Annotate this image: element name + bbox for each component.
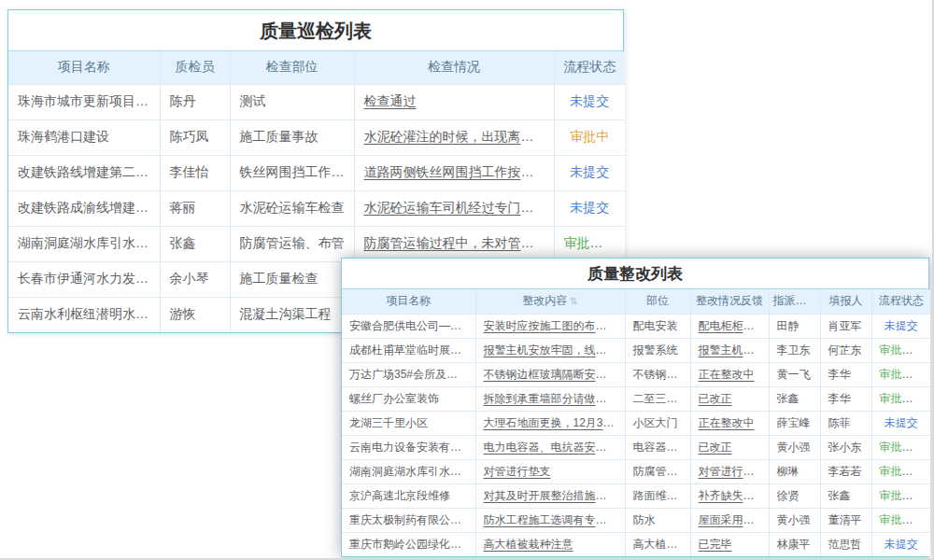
- col-header-part: 部位: [625, 289, 690, 314]
- project-link[interactable]: 京沪高速北京段维修: [342, 483, 475, 508]
- rectify-part: 配电安装: [625, 314, 690, 338]
- status-cell: 未提交: [554, 190, 625, 226]
- rectify-content: 电力电容器、电抗器安装方案...: [484, 441, 626, 454]
- table-row: 改建铁路成渝线增建第... 蒋丽 水泥砼运输车检查 水泥砼运输车司机经过专门培训…: [8, 190, 625, 226]
- project-link[interactable]: 长春市伊通河水力发电...: [8, 261, 160, 297]
- col-header-status: 流程状态: [554, 51, 625, 84]
- feedback-cell: 已改正: [690, 386, 769, 411]
- feedback-cell: 正在整改中: [690, 362, 769, 386]
- project-link[interactable]: 改建铁路线增建第二线...: [8, 155, 160, 190]
- feedback-cell: 配电柜柜体与...: [690, 314, 769, 338]
- col-header-inspector: 质检员: [160, 51, 230, 84]
- status-badge: 未提交: [570, 200, 609, 215]
- inspector-name: 陈巧凤: [160, 119, 230, 155]
- project-link[interactable]: 龙湖三千里小区: [342, 411, 475, 435]
- reporter-name: 李若若: [820, 459, 871, 483]
- inspection-situation: 道路两侧铁丝网围挡工作按设计...: [364, 164, 555, 179]
- assignee-name: 林康平: [769, 532, 820, 556]
- content-cell: 对管进行垫支: [475, 459, 625, 483]
- rectify-content: 报警主机安放牢固，线缆连接...: [484, 343, 626, 357]
- assignee-name: 徐贤: [769, 483, 820, 508]
- table-row: 云南电力设备安装有限公司20... 电力电容器、电抗器安装方案... 电容器安装…: [342, 435, 930, 459]
- status-cell: 未提交: [871, 532, 930, 556]
- page: 质量巡检列表 项目名称 质检员 检查部位 检查情况 流程状态 珠海市城市更新项目…: [0, 0, 934, 560]
- assignee-name: 张鑫: [769, 386, 820, 411]
- rectify-feedback: 对管进行垫支: [699, 465, 766, 478]
- reporter-name: 范思哲: [820, 532, 871, 556]
- status-cell: 未提交: [554, 84, 625, 119]
- table-row: 万达广场35#会所及咖啡厅空... 不锈钢边框玻璃隔断安装不牢... 不锈钢安装…: [342, 362, 930, 386]
- reporter-name: 何芷东: [820, 338, 871, 362]
- content-cell: 电力电容器、电抗器安装方案...: [475, 435, 625, 459]
- inspector-name: 李佳怡: [160, 155, 230, 190]
- table-row: 螺丝厂办公室装饰 拆除到承重墙部分请做好加固... 二至三楼混... 已改正 张…: [342, 386, 930, 411]
- inspection-part: 水泥砼运输车检查: [230, 190, 354, 226]
- inspector-name: 陈丹: [160, 84, 230, 119]
- inspection-header-row: 项目名称 质检员 检查部位 检查情况 流程状态: [8, 51, 625, 84]
- status-cell: 审批通过: [554, 226, 625, 261]
- table-row: 安徽合肥供电公司—配电设备... 安装时应按施工图的布置，将... 配电安装 配…: [342, 314, 930, 338]
- project-link[interactable]: 改建铁路成渝线增建第...: [8, 190, 160, 226]
- table-row: 珠海市城市更新项目紫... 陈丹 测试 检查通过 未提交: [8, 84, 625, 119]
- rectify-part: 电容器安装...: [625, 435, 690, 459]
- project-link[interactable]: 云南电力设备安装有限公司20...: [342, 435, 475, 459]
- situation-cell: 道路两侧铁丝网围挡工作按设计...: [354, 155, 554, 190]
- assignee-name: 李卫东: [769, 338, 820, 362]
- content-cell: 高大植被栽种注意: [475, 532, 625, 556]
- rectify-feedback: 屋面采用聚氨...: [699, 513, 770, 526]
- rectify-content: 对管进行垫支: [484, 465, 551, 478]
- project-link[interactable]: 云南水利枢纽潜明水库...: [8, 297, 160, 332]
- col-header-status: 流程状态: [871, 289, 930, 314]
- project-link[interactable]: 安徽合肥供电公司—配电设备...: [342, 314, 475, 338]
- feedback-cell: 已完毕: [690, 532, 769, 556]
- inspector-name: 蒋丽: [160, 190, 230, 226]
- situation-cell: 检查通过: [354, 84, 554, 119]
- rectify-feedback: 已改正: [699, 392, 732, 405]
- project-link[interactable]: 重庆市鹅岭公园绿化景观提升...: [342, 532, 475, 556]
- project-link[interactable]: 螺丝厂办公室装饰: [342, 386, 475, 411]
- table-row: 湖南洞庭湖水库引水工... 张鑫 防腐管运输、布管 防腐管运输过程中，未对管进行…: [8, 226, 625, 261]
- assignee-name: 黄一飞: [769, 362, 820, 386]
- rectify-feedback: 已完毕: [699, 538, 732, 551]
- rectify-content: 安装时应按施工图的布置，将...: [484, 319, 626, 332]
- rectify-feedback: 正在整改中: [699, 416, 755, 429]
- project-link[interactable]: 珠海鹤港口建设: [8, 119, 160, 155]
- table-row: 珠海鹤港口建设 陈巧凤 施工质量事故 水泥砼灌注的时候，出现离析现象 审批中: [8, 119, 625, 155]
- situation-cell: 水泥砼灌注的时候，出现离析现象: [354, 119, 554, 155]
- content-cell: 不锈钢边框玻璃隔断安装不牢...: [475, 362, 625, 386]
- status-cell: 未提交: [871, 314, 930, 338]
- status-badge: 审批通过: [880, 343, 925, 357]
- project-link[interactable]: 湖南洞庭湖水库引水工...: [8, 226, 160, 261]
- col-header-project: 项目名称: [342, 289, 475, 314]
- feedback-cell: 已改正: [690, 435, 769, 459]
- rectify-header-row: 项目名称 整改内容⇅ 部位 整改情况反馈 指派人员 填报人 流程状态: [342, 289, 930, 314]
- project-link[interactable]: 万达广场35#会所及咖啡厅空...: [342, 362, 475, 386]
- content-cell: 防水工程施工选调有专业资质...: [475, 508, 625, 532]
- status-cell: 审批中: [554, 119, 625, 155]
- inspection-situation: 水泥砼运输车司机经过专门培训...: [364, 200, 555, 215]
- project-link[interactable]: 珠海市城市更新项目紫...: [8, 84, 160, 119]
- project-link[interactable]: 成都杜甫草堂临时展厅独立展...: [342, 338, 475, 362]
- feedback-cell: 补齐缺失标志...: [690, 483, 769, 508]
- col-header-project: 项目名称: [8, 51, 160, 84]
- status-badge: 审批中: [570, 129, 609, 144]
- status-badge: 未提交: [884, 319, 918, 332]
- sort-icon[interactable]: ⇅: [570, 296, 577, 306]
- situation-cell: 防腐管运输过程中，未对管进行...: [354, 226, 554, 261]
- rectify-feedback: 报警主机安放...: [699, 343, 770, 357]
- rectify-content: 高大植被栽种注意: [484, 538, 573, 551]
- table-row: 重庆市鹅岭公园绿化景观提升... 高大植被栽种注意 高大植被栽种 已完毕 林康平…: [342, 532, 930, 556]
- project-link[interactable]: 重庆太极制药有限公司亳州中...: [342, 508, 475, 532]
- status-cell: 审批通过: [871, 483, 930, 508]
- table-row: 湖南洞庭湖水库引水工程施工1标 对管进行垫支 防腐管运输... 对管进行垫支 柳…: [342, 459, 930, 483]
- content-cell: 对其及时开展整治措施，桥头...: [475, 483, 625, 508]
- col-header-content[interactable]: 整改内容⇅: [475, 289, 625, 314]
- reporter-name: 李华: [820, 386, 871, 411]
- inspection-part: 防腐管运输、布管: [230, 226, 354, 261]
- inspection-situation: 防腐管运输过程中，未对管进行...: [364, 235, 555, 250]
- status-badge: 未提交: [884, 538, 918, 551]
- project-link[interactable]: 湖南洞庭湖水库引水工程施工1标: [342, 459, 475, 483]
- rectify-table-title: 质量整改列表: [342, 259, 928, 289]
- assignee-name: 黄小强: [769, 435, 820, 459]
- rectify-part: 防腐管运输...: [625, 459, 690, 483]
